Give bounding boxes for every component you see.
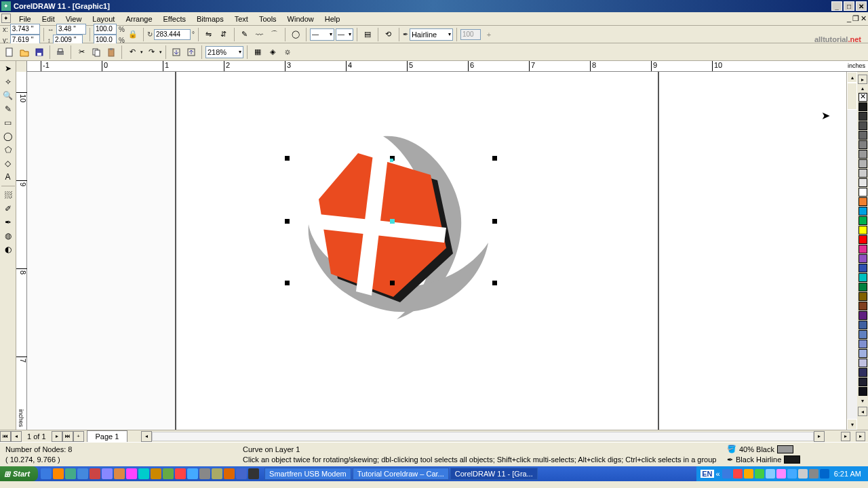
handle-se[interactable] xyxy=(492,281,497,285)
ruler-origin[interactable] xyxy=(16,61,27,72)
auto-close-button[interactable]: ◯ xyxy=(289,28,302,41)
undo-button[interactable]: ↶ xyxy=(125,45,139,59)
tray-icon-5[interactable] xyxy=(776,469,786,479)
color-swatch-31[interactable] xyxy=(859,387,867,396)
menu-tools[interactable]: Tools xyxy=(254,14,282,24)
palette-options-button[interactable]: ▸ xyxy=(858,75,867,84)
taskbar-task-0[interactable]: Smartfren USB Modem xyxy=(264,468,351,480)
interactive-fill-tool[interactable]: ◐ xyxy=(1,243,15,256)
menu-edit[interactable]: Edit xyxy=(37,14,60,24)
x-position-input[interactable] xyxy=(10,24,40,35)
quick-launch-4[interactable] xyxy=(90,468,100,479)
menu-text[interactable]: Text xyxy=(229,14,254,24)
palette-scroll-down[interactable]: ▾ xyxy=(861,398,864,404)
canvas[interactable]: ➤ xyxy=(27,72,846,430)
color-swatch-6[interactable] xyxy=(859,150,867,159)
freehand-tool[interactable]: ✎ xyxy=(1,103,15,115)
menu-view[interactable]: View xyxy=(60,14,87,24)
options-button[interactable]: ⛭ xyxy=(281,45,294,59)
tray-icon-9[interactable] xyxy=(820,469,829,479)
color-swatch-22[interactable] xyxy=(859,302,867,310)
color-swatch-5[interactable] xyxy=(859,140,867,149)
quick-launch-2[interactable] xyxy=(65,468,76,479)
color-swatch-18[interactable] xyxy=(859,264,867,272)
eyedropper-tool[interactable]: ✐ xyxy=(1,203,15,215)
handle-e[interactable] xyxy=(492,219,497,224)
rectangle-tool[interactable]: ▭ xyxy=(1,117,15,129)
quick-launch-10[interactable] xyxy=(163,468,174,479)
quick-launch-5[interactable] xyxy=(102,468,113,479)
handle-sw[interactable] xyxy=(285,281,290,285)
status-outline-swatch[interactable] xyxy=(784,455,800,464)
handle-s[interactable] xyxy=(390,281,395,285)
mirror-h-button[interactable]: ⇋ xyxy=(202,28,216,41)
color-swatch-16[interactable] xyxy=(859,245,867,253)
open-button[interactable] xyxy=(18,45,31,59)
color-swatch-23[interactable] xyxy=(859,311,867,320)
graphics-online-button[interactable]: ◈ xyxy=(266,45,279,59)
color-swatch-17[interactable] xyxy=(859,254,867,263)
polygon-tool[interactable]: ⬠ xyxy=(1,144,15,156)
text-tool[interactable]: A xyxy=(1,171,15,183)
color-swatch-29[interactable] xyxy=(859,368,867,377)
quick-launch-9[interactable] xyxy=(151,468,161,479)
quick-launch-16[interactable] xyxy=(236,468,247,479)
color-swatch-28[interactable] xyxy=(859,359,867,367)
add-page-button[interactable]: + xyxy=(73,431,84,442)
scroll-right-button[interactable]: ▸ xyxy=(814,431,825,442)
scroll-up-button[interactable]: ▴ xyxy=(847,72,857,83)
quick-launch-14[interactable] xyxy=(212,468,222,479)
docker-toggle-2[interactable]: ▸ xyxy=(856,432,865,441)
tray-icon-2[interactable] xyxy=(744,469,753,479)
fill-tool[interactable]: ◍ xyxy=(1,230,15,242)
docker-toggle-1[interactable]: ▸ xyxy=(841,432,850,441)
maximize-button[interactable]: □ xyxy=(844,1,854,11)
line-start-dropdown[interactable]: — xyxy=(310,28,334,41)
lock-ratio-button[interactable]: 🔒 xyxy=(126,28,140,41)
status-fill-swatch[interactable] xyxy=(777,445,793,453)
mirror-v-button[interactable]: ⇵ xyxy=(217,28,231,41)
selected-object[interactable] xyxy=(285,126,502,343)
quick-launch-6[interactable] xyxy=(114,468,125,479)
import-button[interactable] xyxy=(170,45,183,59)
handle-nw[interactable] xyxy=(285,156,290,161)
doc-minimize-button[interactable]: _ xyxy=(847,14,851,23)
redo-button[interactable]: ↷ xyxy=(144,45,158,59)
paste-button[interactable] xyxy=(104,45,118,59)
quick-launch-17[interactable] xyxy=(248,468,259,479)
app-launcher-button[interactable]: ▦ xyxy=(251,45,264,59)
path-tool-2[interactable]: ⌒ xyxy=(268,28,281,41)
quick-launch-15[interactable] xyxy=(224,468,235,479)
color-swatch-4[interactable] xyxy=(859,131,867,140)
color-swatch-10[interactable] xyxy=(859,188,867,197)
taskbar-task-1[interactable]: Tutorial Coreldraw – Car... xyxy=(353,468,449,480)
ellipse-tool[interactable]: ◯ xyxy=(1,130,15,142)
tray-expand-icon[interactable]: « xyxy=(716,470,720,478)
color-swatch-14[interactable] xyxy=(859,226,867,235)
color-swatch-25[interactable] xyxy=(859,330,867,339)
basic-shapes-tool[interactable]: ◇ xyxy=(1,157,15,169)
tray-icon-4[interactable] xyxy=(766,469,775,479)
color-swatch-9[interactable] xyxy=(859,178,867,187)
color-swatch-3[interactable] xyxy=(859,121,867,130)
outline-tool[interactable]: ✒ xyxy=(1,216,15,228)
minimize-button[interactable]: _ xyxy=(831,1,842,11)
shape-tool[interactable]: ✧ xyxy=(1,76,15,88)
export-button[interactable] xyxy=(184,45,198,59)
center-marker[interactable] xyxy=(390,219,395,224)
menu-file[interactable]: File xyxy=(14,14,37,24)
color-swatch-8[interactable] xyxy=(859,169,867,178)
line-style-dropdown[interactable]: — xyxy=(336,28,353,41)
print-button[interactable] xyxy=(54,45,67,59)
quick-launch-8[interactable] xyxy=(138,468,149,479)
rotation-input[interactable] xyxy=(154,29,191,40)
menu-help[interactable]: Help xyxy=(319,14,346,24)
flowchart-button[interactable]: ⟲ xyxy=(382,28,395,41)
menu-arrange[interactable]: Arrange xyxy=(120,14,157,24)
doc-corel-icon[interactable]: ✦ xyxy=(1,14,11,23)
quick-launch-12[interactable] xyxy=(187,468,198,479)
redo-history-button[interactable]: ▾ xyxy=(159,49,162,55)
color-swatch-30[interactable] xyxy=(859,378,867,386)
scroll-down-button[interactable]: ▾ xyxy=(847,419,857,430)
new-button[interactable] xyxy=(3,45,16,59)
